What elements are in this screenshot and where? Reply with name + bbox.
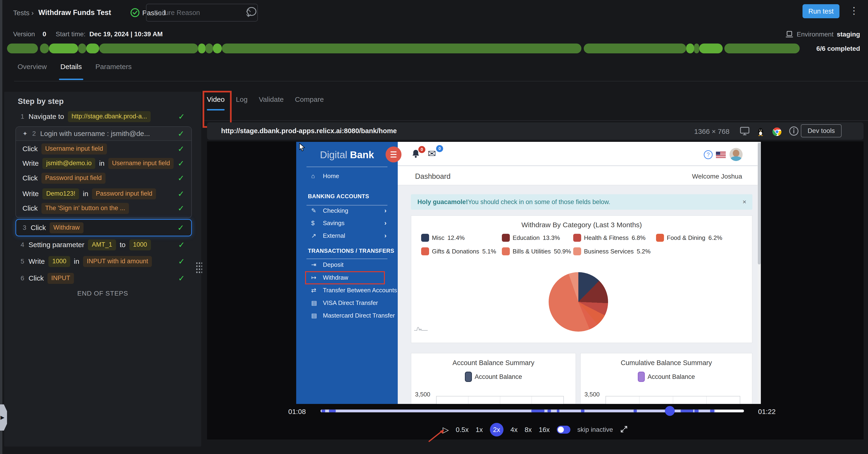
- failure-reason-select[interactable]: Failure Reason: [146, 4, 258, 22]
- step-row[interactable]: 6ClickINPUT✓: [16, 271, 192, 285]
- comment-icon[interactable]: [245, 6, 258, 19]
- step-number: 3: [23, 224, 31, 232]
- step-row[interactable]: 5Write1000inINPUT with id amount✓: [16, 254, 192, 268]
- speed-1x[interactable]: 1x: [476, 426, 483, 434]
- meta-row: Version 0 Start time: Dec 19, 2024 | 10:…: [0, 26, 868, 42]
- sidebar-item-checking[interactable]: ✎Checking›: [296, 206, 398, 216]
- step-value-badge[interactable]: jsmith@demo.io: [42, 158, 95, 169]
- step-element-badge[interactable]: INPUT: [48, 273, 74, 284]
- timeline-playhead[interactable]: [665, 406, 675, 416]
- skip-inactive-toggle[interactable]: [557, 426, 570, 434]
- app-scrollbar[interactable]: [757, 142, 761, 404]
- step-row[interactable]: ClickThe 'Sign in' button on the ...✓: [23, 201, 191, 215]
- step-row[interactable]: Writejsmith@demo.ioinUsername input fiel…: [23, 156, 191, 170]
- page-title: Withdraw Funds Test: [38, 8, 111, 17]
- progress-segment: [724, 43, 800, 53]
- version-value: 0: [42, 30, 46, 38]
- breadcrumb-tests[interactable]: Tests: [13, 9, 29, 17]
- sidebar-item-visa-direct-transfer[interactable]: ▤VISA Direct Transfer: [296, 298, 398, 308]
- step-group-header[interactable]: ✦2Login with username : jsmith@de...✓: [16, 127, 191, 141]
- speed-8x[interactable]: 8x: [525, 426, 532, 434]
- sidebar-item-savings[interactable]: $Savings›: [296, 218, 398, 228]
- step-row[interactable]: 4Setting parameterAMT_1to1000✓: [16, 238, 192, 252]
- legend-label: Business Services 5.2%: [584, 248, 651, 255]
- speed-2x[interactable]: 2x: [490, 423, 503, 436]
- info-icon[interactable]: [789, 126, 799, 137]
- hamburger-menu-button[interactable]: [385, 147, 401, 162]
- step-text: in: [83, 190, 88, 198]
- avatar[interactable]: [730, 148, 743, 161]
- mail-icon[interactable]: ✉: [428, 148, 436, 159]
- us-flag-icon[interactable]: [716, 152, 726, 158]
- video-viewport[interactable]: Digital Bank ⌂ Home BANKING ACCOUNTS✎Che…: [207, 141, 864, 440]
- sidebar-item-home[interactable]: ⌂ Home: [296, 171, 398, 181]
- step-element-badge[interactable]: Password input field: [92, 188, 156, 200]
- speed-16x[interactable]: 16x: [539, 426, 550, 434]
- progress-segment: [694, 43, 699, 53]
- step-text: Write: [29, 258, 45, 265]
- sidebar-item-transfer-between-accounts[interactable]: ⇄Transfer Between Accounts: [296, 285, 398, 295]
- timeline-activity-marker: [531, 410, 545, 412]
- step-row[interactable]: ClickPassword input field✓: [23, 171, 191, 185]
- step-value-badge[interactable]: 1000: [129, 239, 151, 250]
- panel-resize-handle[interactable]: [195, 262, 202, 273]
- step-value-badge[interactable]: AMT_1: [88, 239, 116, 250]
- tab-compare[interactable]: Compare: [295, 95, 323, 117]
- viewer-tabs-divider: [203, 120, 868, 121]
- speed-4x[interactable]: 4x: [510, 426, 518, 434]
- step-element-badge[interactable]: Username input field: [41, 144, 107, 154]
- legend-swatch: [573, 247, 581, 255]
- step-success-icon: ✓: [178, 257, 185, 266]
- alert-close-icon[interactable]: ×: [743, 198, 746, 206]
- sidebar-item-mastercard-direct-transfer[interactable]: ▤Mastercard Direct Transfer: [296, 310, 398, 321]
- breadcrumb-separator: ›: [31, 9, 34, 17]
- tab-parameters[interactable]: Parameters: [95, 63, 132, 80]
- progress-segment: [699, 43, 723, 53]
- card-icon: ▤: [311, 299, 323, 307]
- step-success-icon: ✓: [178, 112, 185, 121]
- step-value-badge[interactable]: Demo123!: [42, 188, 79, 200]
- timeline-activity-marker: [694, 410, 699, 412]
- video-timeline[interactable]: [320, 410, 744, 412]
- step-value-badge[interactable]: http://stage.dbank.prod-a...: [68, 111, 151, 122]
- dev-tools-button[interactable]: Dev tools: [801, 124, 842, 138]
- help-icon[interactable]: ?: [704, 150, 713, 159]
- step-success-icon: ✓: [178, 129, 185, 138]
- sidebar-item-external[interactable]: ↗External›: [296, 231, 398, 241]
- step-element-badge[interactable]: INPUT with id amount: [83, 256, 152, 267]
- balance-chart-title: Cumulative Balance Summary: [581, 359, 752, 367]
- tab-log[interactable]: Log: [236, 95, 248, 117]
- legend-swatch: [421, 247, 429, 255]
- step-row-selected[interactable]: 3ClickWithdraw✓: [16, 219, 192, 236]
- tab-overview[interactable]: Overview: [18, 63, 47, 80]
- fullscreen-icon[interactable]: [620, 425, 628, 434]
- legend-label: Misc 12.4%: [432, 234, 465, 242]
- y-axis-tick: 3,500: [584, 391, 600, 398]
- header: Tests › Withdraw Funds Test Passed Failu…: [0, 0, 868, 26]
- pie-legend-item: Misc 12.4%: [421, 233, 465, 242]
- progress-segment: [206, 43, 213, 53]
- step-element-badge[interactable]: Withdraw: [50, 222, 84, 233]
- time-current: 01:08: [288, 408, 306, 416]
- step-row[interactable]: 1Navigate tohttp://stage.dbank.prod-a...…: [16, 110, 192, 124]
- more-options-icon[interactable]: ⋮: [849, 5, 859, 16]
- step-value-badge[interactable]: 1000: [49, 256, 70, 267]
- step-element-badge[interactable]: The 'Sign in' button on the ...: [41, 203, 129, 214]
- scrollbar-thumb[interactable]: [758, 143, 761, 265]
- step-success-icon: ✓: [178, 189, 185, 199]
- step-row[interactable]: WriteDemo123!inPassword input field✓: [23, 187, 191, 201]
- tab-validate[interactable]: Validate: [259, 95, 284, 117]
- step-row[interactable]: ClickUsername input field✓: [23, 142, 191, 156]
- tab-details[interactable]: Details: [60, 63, 82, 80]
- annotation-arrow: [426, 427, 449, 443]
- step-element-badge[interactable]: Password input field: [41, 173, 105, 184]
- bell-badge: 0: [418, 146, 425, 153]
- speed-0.5x[interactable]: 0.5x: [456, 426, 469, 434]
- run-test-button[interactable]: Run test: [803, 4, 839, 18]
- step-text: Write: [23, 190, 39, 198]
- environment-icon: [785, 30, 794, 38]
- step-element-badge[interactable]: Username input field: [108, 158, 174, 169]
- step-text: Click: [23, 174, 38, 182]
- timeline-activity-marker: [710, 410, 714, 412]
- sidebar-item-deposit[interactable]: ⇥Deposit: [296, 260, 398, 270]
